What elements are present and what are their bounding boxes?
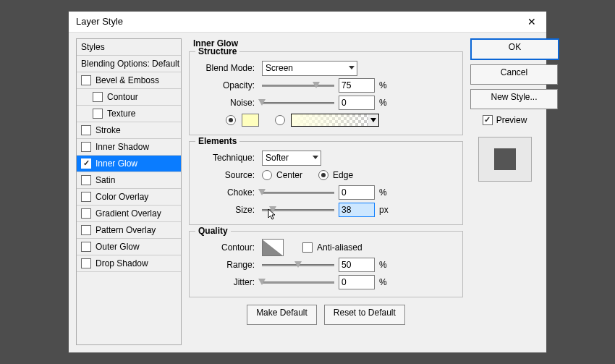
- reset-default-button[interactable]: Reset to Default: [324, 305, 405, 325]
- style-label: Stroke: [96, 122, 121, 138]
- contour-label: Contour:: [197, 242, 258, 253]
- checkbox-contour[interactable]: [93, 92, 103, 102]
- choke-label: Choke:: [197, 187, 258, 198]
- elements-group: Elements Technique: Softer Source: Cente…: [189, 141, 463, 225]
- style-label: Contour: [107, 89, 138, 105]
- new-style-button[interactable]: New Style...: [470, 89, 558, 109]
- structure-group: Structure Blend Mode: Screen Opacity: 75…: [189, 51, 463, 135]
- noise-slider[interactable]: [262, 98, 334, 108]
- source-edge-label: Edge: [333, 170, 353, 180]
- jitter-input[interactable]: 0: [339, 275, 375, 289]
- technique-value: Softer: [266, 153, 289, 163]
- style-row-texture[interactable]: Texture: [77, 106, 181, 122]
- styles-header[interactable]: Styles: [77, 39, 181, 56]
- style-label: Pattern Overlay: [96, 222, 156, 238]
- glow-color-swatch[interactable]: [242, 114, 259, 127]
- layer-style-dialog: Layer Style ✕ Styles Blending Options: D…: [68, 11, 547, 353]
- style-label: Outer Glow: [96, 239, 140, 255]
- choke-slider[interactable]: [262, 187, 334, 198]
- anti-aliased-checkbox[interactable]: [302, 242, 313, 253]
- close-icon[interactable]: ✕: [517, 12, 546, 32]
- blend-mode-label: Blend Mode:: [197, 63, 258, 73]
- chevron-down-icon: [313, 156, 318, 159]
- elements-title: Elements: [195, 136, 239, 146]
- make-default-button[interactable]: Make Default: [247, 305, 317, 325]
- ok-button[interactable]: OK: [470, 38, 559, 60]
- style-row-stroke[interactable]: Stroke: [77, 122, 181, 139]
- range-label: Range:: [197, 260, 258, 270]
- style-row-drop-shadow[interactable]: Drop Shadow: [77, 255, 181, 272]
- noise-input[interactable]: 0: [339, 96, 375, 110]
- opacity-unit: %: [379, 80, 392, 90]
- noise-unit: %: [379, 98, 392, 108]
- gradient-mode-radio[interactable]: [275, 115, 285, 125]
- blend-mode-value: Screen: [266, 63, 293, 73]
- checkbox-gradient-overlay[interactable]: [81, 208, 91, 219]
- size-input[interactable]: 38: [339, 203, 375, 217]
- style-row-outer-glow[interactable]: Outer Glow: [77, 239, 181, 255]
- chevron-down-icon[interactable]: [368, 114, 378, 126]
- checkbox-texture[interactable]: [93, 109, 103, 119]
- chevron-down-icon: [349, 66, 355, 69]
- opacity-input[interactable]: 75: [339, 78, 375, 93]
- style-label: Bevel & Emboss: [96, 72, 159, 88]
- checkbox-stroke[interactable]: [81, 125, 91, 135]
- jitter-slider[interactable]: [262, 277, 334, 287]
- style-label: Inner Glow: [96, 156, 137, 172]
- style-row-gradient-overlay[interactable]: Gradient Overlay: [77, 206, 181, 222]
- source-center-radio[interactable]: [262, 170, 272, 180]
- style-row-bevel-emboss[interactable]: Bevel & Emboss: [77, 72, 181, 89]
- blend-mode-select[interactable]: Screen: [262, 61, 357, 76]
- checkbox-satin[interactable]: [81, 175, 91, 185]
- style-label: Gradient Overlay: [96, 206, 161, 221]
- style-row-color-overlay[interactable]: Color Overlay: [77, 189, 181, 206]
- style-label: Texture: [107, 106, 135, 122]
- options-panel: Inner Glow Structure Blend Mode: Screen …: [189, 38, 463, 345]
- preview-thumbnail: [478, 137, 532, 182]
- quality-title: Quality: [195, 226, 231, 236]
- choke-input[interactable]: 0: [339, 185, 375, 200]
- source-label: Source:: [197, 170, 258, 180]
- size-label: Size:: [197, 205, 258, 215]
- checkbox-outer-glow[interactable]: [81, 242, 91, 252]
- source-edge-radio[interactable]: [318, 170, 328, 180]
- source-center-label: Center: [276, 170, 302, 180]
- opacity-label: Opacity:: [197, 80, 258, 90]
- checkbox-bevel-emboss[interactable]: [81, 75, 91, 85]
- glow-gradient-picker[interactable]: [291, 114, 379, 127]
- cancel-button[interactable]: Cancel: [470, 64, 558, 85]
- preview-checkbox[interactable]: [483, 115, 493, 125]
- style-label: Drop Shadow: [96, 255, 148, 271]
- range-slider[interactable]: [262, 260, 334, 270]
- checkbox-pattern-overlay[interactable]: [81, 225, 91, 235]
- styles-list: Styles Blending Options: Default Bevel &…: [76, 38, 182, 345]
- style-row-inner-shadow[interactable]: Inner Shadow: [77, 139, 181, 156]
- style-row-inner-glow[interactable]: Inner Glow: [77, 156, 181, 172]
- size-unit: px: [379, 205, 392, 215]
- range-input[interactable]: 50: [339, 258, 375, 272]
- style-row-contour[interactable]: Contour: [77, 89, 181, 106]
- structure-title: Structure: [195, 46, 239, 56]
- jitter-label: Jitter:: [197, 277, 258, 287]
- style-row-pattern-overlay[interactable]: Pattern Overlay: [77, 222, 181, 239]
- right-panel: OK Cancel New Style... Preview: [470, 38, 539, 345]
- anti-aliased-label: Anti-aliased: [317, 242, 362, 253]
- noise-label: Noise:: [197, 98, 258, 108]
- choke-unit: %: [379, 187, 392, 198]
- blending-options-row[interactable]: Blending Options: Default: [77, 56, 181, 72]
- quality-group: Quality Contour: Anti-aliased Range: 50 …: [189, 231, 463, 297]
- size-slider[interactable]: [262, 205, 334, 215]
- preview-label: Preview: [496, 115, 527, 125]
- checkbox-inner-glow[interactable]: [81, 158, 91, 169]
- style-label: Color Overlay: [96, 189, 148, 205]
- color-mode-radio[interactable]: [226, 115, 236, 125]
- jitter-unit: %: [379, 277, 392, 287]
- checkbox-inner-shadow[interactable]: [81, 142, 91, 152]
- checkbox-color-overlay[interactable]: [81, 192, 91, 202]
- technique-select[interactable]: Softer: [262, 151, 321, 166]
- contour-picker[interactable]: [262, 239, 284, 256]
- opacity-slider[interactable]: [262, 80, 334, 90]
- style-row-satin[interactable]: Satin: [77, 172, 181, 189]
- checkbox-drop-shadow[interactable]: [81, 258, 91, 268]
- style-label: Inner Shadow: [96, 139, 149, 155]
